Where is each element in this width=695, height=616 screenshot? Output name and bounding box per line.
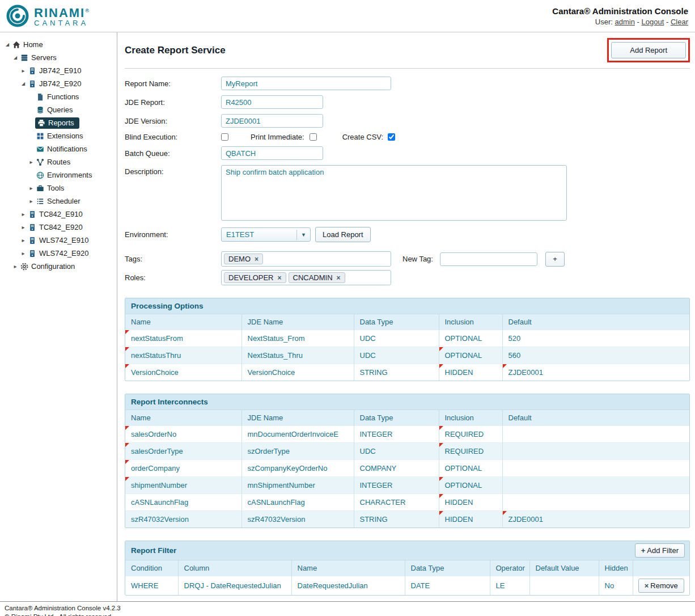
sidebar-item-configuration[interactable]: ▸ Configuration [1, 260, 116, 273]
cell-data-type[interactable]: STRING [354, 511, 439, 528]
expand-arrow[interactable]: ▸ [19, 224, 27, 230]
sidebar-item-servers[interactable]: ◢ Servers [1, 51, 116, 64]
cell-inclusion[interactable]: HIDDEN [439, 511, 502, 528]
expand-arrow[interactable]: ▸ [11, 263, 19, 269]
roles-input[interactable]: DEVELOPER × CNCADMIN × [221, 270, 391, 285]
remove-filter-button[interactable]: ×Remove [638, 579, 684, 593]
sidebar-item-routes[interactable]: ▸ Routes [1, 155, 116, 168]
cell-data-type[interactable]: DATE [405, 576, 490, 596]
cell-name[interactable]: shipmentNumber [125, 477, 241, 494]
cell-default[interactable]: ZJDE0001 [502, 364, 689, 381]
cell-default[interactable] [502, 443, 689, 460]
cell-condition[interactable]: WHERE [125, 576, 178, 596]
sidebar-item-environments[interactable]: Environments [1, 168, 116, 182]
cell-inclusion[interactable]: OPTIONAL [439, 460, 502, 477]
logout-link[interactable]: Logout [642, 18, 664, 26]
sidebar-item-functions[interactable]: Functions [1, 90, 116, 103]
sidebar-item-wls742-e920[interactable]: ▸ WLS742_E920 [1, 247, 116, 260]
sidebar-item-jb742-e910[interactable]: ▸ JB742_E910 [1, 64, 116, 77]
cell-inclusion[interactable]: OPTIONAL [439, 330, 502, 347]
cell-default[interactable] [502, 460, 689, 477]
cell-name[interactable]: DateRequestedJulian [291, 576, 405, 596]
cell-column[interactable]: DRQJ - DateRequestedJulian [178, 576, 291, 596]
add-tag-button[interactable]: + [545, 252, 565, 267]
sidebar-item-jb742-e920[interactable]: ◢ JB742_E920 [1, 77, 116, 90]
cell-hidden[interactable]: No [599, 576, 633, 596]
sidebar-item-reports[interactable]: Reports [1, 116, 116, 129]
environment-select[interactable]: E1TEST ▼ [221, 227, 311, 242]
expand-arrow[interactable]: ▸ [27, 159, 35, 165]
cell-name[interactable]: orderCompany [125, 460, 241, 477]
expand-arrow[interactable]: ▸ [19, 67, 27, 74]
report-name-field[interactable] [221, 77, 391, 90]
cell-default-value[interactable] [529, 576, 599, 596]
expand-arrow[interactable]: ◢ [11, 55, 19, 60]
expand-arrow[interactable]: ▸ [27, 198, 35, 204]
cell-data-type[interactable]: INTEGER [354, 426, 439, 443]
batch-queue-field[interactable] [221, 146, 323, 160]
jde-report-field[interactable] [221, 95, 323, 109]
jde-version-field[interactable] [221, 114, 323, 128]
cell-inclusion[interactable]: HIDDEN [439, 494, 502, 511]
add-report-button[interactable]: Add Report [611, 42, 686, 58]
cell-name[interactable]: salesOrderType [125, 443, 241, 460]
cell-data-type[interactable]: COMPANY [354, 460, 439, 477]
sidebar-item-tools[interactable]: ▸ Tools [1, 182, 116, 195]
cell-inclusion[interactable]: REQUIRED [439, 443, 502, 460]
cell-jde-name[interactable]: szR47032Version [241, 511, 354, 528]
cell-jde-name[interactable]: cASNLaunchFlag [241, 494, 354, 511]
sidebar-item-scheduler[interactable]: ▸ Scheduler [1, 195, 116, 208]
blind-execution-checkbox[interactable] [221, 133, 228, 141]
sidebar-item-queries[interactable]: Queries [1, 103, 116, 116]
cell-inclusion[interactable]: OPTIONAL [439, 347, 502, 364]
cell-name[interactable]: nextStatusFrom [125, 330, 241, 347]
cell-default[interactable]: 520 [502, 330, 689, 347]
remove-role-icon[interactable]: × [337, 274, 341, 282]
cell-inclusion[interactable]: HIDDEN [439, 364, 502, 381]
sidebar-item-tc842-e920[interactable]: ▸ TC842_E920 [1, 221, 116, 234]
cell-default[interactable] [502, 477, 689, 494]
user-name-link[interactable]: admin [615, 18, 635, 26]
tags-input[interactable]: DEMO × [221, 251, 391, 267]
cell-default[interactable] [502, 494, 689, 511]
cell-name[interactable]: salesOrderNo [125, 426, 241, 443]
expand-arrow[interactable]: ▸ [19, 250, 27, 256]
cell-name[interactable]: szR47032Version [125, 511, 241, 528]
cell-data-type[interactable]: UDC [354, 443, 439, 460]
create-csv-checkbox[interactable] [388, 133, 395, 141]
cell-data-type[interactable]: INTEGER [354, 477, 439, 494]
cell-jde-name[interactable]: mnDocumentOrderInvoiceE [241, 426, 354, 443]
expand-arrow[interactable]: ◢ [3, 42, 11, 47]
remove-tag-icon[interactable]: × [255, 255, 258, 263]
cell-operator[interactable]: LE [490, 576, 529, 596]
cell-name[interactable]: nextStatusThru [125, 347, 241, 364]
cell-inclusion[interactable]: REQUIRED [439, 426, 502, 443]
expand-arrow[interactable]: ◢ [19, 81, 27, 86]
cell-default[interactable]: 560 [502, 347, 689, 364]
cell-default[interactable] [502, 426, 689, 443]
cell-jde-name[interactable]: NextStatus_Thru [241, 347, 354, 364]
sidebar-item-tc842-e910[interactable]: ▸ TC842_E910 [1, 208, 116, 221]
cell-jde-name[interactable]: NextStatus_From [241, 330, 354, 347]
rinami-logo[interactable]: RINAMI® CANTARA [6, 4, 90, 28]
expand-arrow[interactable]: ▸ [19, 211, 27, 217]
sidebar-item-home[interactable]: ◢ Home [1, 38, 116, 51]
cell-name[interactable]: cASNLaunchFlag [125, 494, 241, 511]
add-filter-button[interactable]: +Add Filter [635, 543, 685, 558]
cell-jde-name[interactable]: VersionChoice [241, 364, 354, 381]
cell-name[interactable]: VersionChoice [125, 364, 241, 381]
cell-data-type[interactable]: STRING [354, 364, 439, 381]
cell-data-type[interactable]: UDC [354, 347, 439, 364]
cell-jde-name[interactable]: mnShipmentNumber [241, 477, 354, 494]
description-field[interactable]: Ship confirm batch application [221, 165, 567, 221]
cell-data-type[interactable]: CHARACTER [354, 494, 439, 511]
cell-inclusion[interactable]: OPTIONAL [439, 477, 502, 494]
load-report-button[interactable]: Load Report [315, 227, 371, 242]
clear-link[interactable]: Clear [671, 18, 688, 26]
sidebar-item-notifications[interactable]: Notifications [1, 142, 116, 155]
new-tag-field[interactable] [440, 252, 537, 266]
cell-data-type[interactable]: UDC [354, 330, 439, 347]
remove-role-icon[interactable]: × [277, 274, 281, 282]
sidebar-item-wls742-e910[interactable]: ▸ WLS742_E910 [1, 234, 116, 247]
cell-jde-name[interactable]: szCompanyKeyOrderNo [241, 460, 354, 477]
